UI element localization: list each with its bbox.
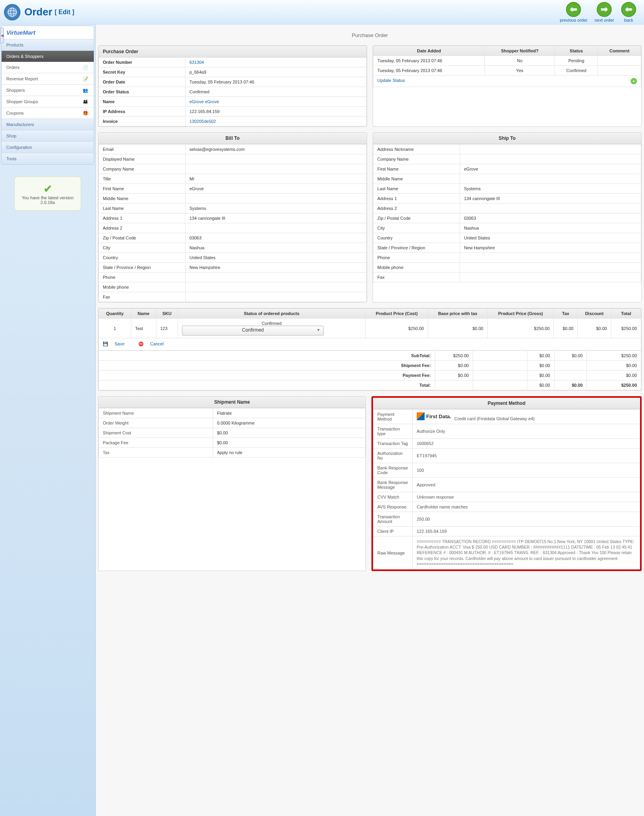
svg-point-2 [11, 8, 14, 17]
header: Order [ Edit ] ⬅previous order ➡next ord… [0, 0, 644, 24]
save-icon: 💾 [103, 341, 108, 347]
sidebar-collapse-button[interactable]: ◀ [0, 28, 4, 43]
status-select[interactable]: Confirmed [182, 326, 324, 336]
sidebar-item-orders[interactable]: Orders📄 [2, 62, 94, 73]
purchase-head: Purchase Order [99, 46, 367, 57]
section-shop[interactable]: Shop [2, 130, 94, 141]
shoppers-icon: 👥 [83, 88, 89, 93]
products-panel: Quantity Name SKU Status of ordered prod… [98, 308, 642, 391]
firstdata-icon [417, 412, 425, 420]
main-content: Purchase Order Purchase Order Order Numb… [96, 24, 644, 816]
app-logo-icon [4, 4, 20, 20]
coupons-icon: 🎁 [83, 111, 89, 115]
sidebar-item-shopper-groups[interactable]: Shopper Groups👨‍👩‍👦 [2, 96, 94, 107]
previous-order-button[interactable]: ⬅previous order [560, 2, 587, 22]
order-number-link[interactable]: 631304 [189, 60, 204, 65]
history-panel: Date Added Shopper Notified? Status Comm… [373, 45, 642, 127]
groups-icon: 👨‍👩‍👦 [83, 99, 89, 104]
purchase-order-panel: Purchase Order Order Number631304 Secret… [98, 45, 367, 127]
sidebar-item-shoppers[interactable]: Shoppers👥 [2, 84, 94, 96]
customer-name-link[interactable]: eGrove eGrove [189, 99, 219, 104]
toolbar: ⬅previous order ➡next order ⬅back [560, 2, 636, 22]
back-button[interactable]: ⬅back [621, 2, 636, 22]
update-status-link[interactable]: Update Status [377, 78, 405, 83]
page-heading: Purchase Order [98, 27, 642, 45]
history-row: Tuesday, 05 February 2013 07:46YesConfir… [373, 66, 641, 76]
version-number: 2.0.18a [20, 200, 75, 205]
svg-point-1 [8, 10, 17, 14]
sidebar-item-coupons[interactable]: Coupons🎁 [2, 107, 94, 119]
product-row: 1 Test 123 Confirmed Confirmed $250.00 $… [99, 319, 641, 338]
shipto-panel: Ship To Address Nickname Company Name Fi… [373, 132, 642, 302]
next-order-button[interactable]: ➡next order [594, 2, 614, 22]
cancel-button[interactable]: ⛔Cancel [138, 341, 170, 346]
version-text: You have the latest version [20, 195, 75, 200]
arrow-back-icon: ⬅ [621, 2, 636, 17]
svg-point-0 [8, 8, 17, 17]
cancel-icon: ⛔ [138, 341, 144, 347]
firstdata-logo: First Data. [417, 412, 451, 420]
virtuemart-logo: VirtueMart [2, 26, 94, 39]
section-manufacturers[interactable]: Manufacturers [2, 119, 94, 130]
section-configuration[interactable]: Configuration [2, 141, 94, 153]
payment-panel: Payment Method Payment MethodFirst Data.… [371, 396, 642, 571]
arrow-left-icon: ⬅ [566, 2, 581, 17]
edit-link[interactable]: [ Edit ] [55, 9, 74, 16]
report-icon: 📝 [83, 76, 89, 81]
page-title: Order [24, 6, 52, 18]
invoice-link[interactable]: 130205de502 [189, 119, 216, 124]
shipment-panel: Shipment Name Shipment NameFlatrate Orde… [98, 396, 366, 571]
orders-icon: 📄 [83, 65, 89, 70]
history-row: Tuesday, 05 February 2013 07:46NoPending [373, 56, 641, 66]
section-tools[interactable]: Tools [2, 153, 94, 164]
save-button[interactable]: 💾Save [103, 341, 131, 346]
sidebar: VirtueMart Products Orders & Shoppers Or… [0, 24, 96, 816]
check-icon: ✔ [20, 182, 75, 195]
sidebar-item-revenue[interactable]: Revenue Report📝 [2, 73, 94, 84]
section-products[interactable]: Products [2, 39, 94, 50]
add-icon[interactable]: + [631, 78, 637, 84]
billto-panel: Bill To Emailselvas@egrovesystems.com Di… [98, 132, 367, 302]
section-orders-shoppers[interactable]: Orders & Shoppers [2, 50, 94, 62]
version-box: ✔ You have the latest version 2.0.18a [14, 176, 81, 211]
arrow-right-icon: ➡ [597, 2, 612, 17]
